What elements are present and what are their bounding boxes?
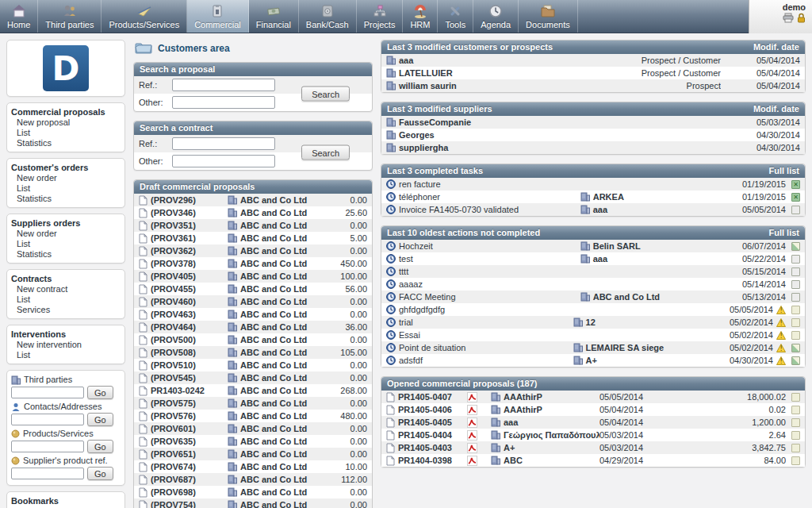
sidebar-item[interactable]: List <box>11 183 121 194</box>
status-checkbox[interactable] <box>791 293 800 302</box>
company-link[interactable]: ABC and Co Ltd <box>240 233 307 244</box>
proposal-ref-link[interactable]: (PROV687) <box>151 474 196 485</box>
pdf-icon[interactable] <box>467 405 491 415</box>
company-link[interactable]: ABC and Co Ltd <box>240 487 307 498</box>
proposal-ref-link[interactable]: (PROV361) <box>151 233 196 244</box>
sidebar-item[interactable]: Services <box>11 305 121 315</box>
proposal-ref-link[interactable]: (PROV674) <box>151 461 196 472</box>
go-button[interactable]: Go <box>87 467 113 480</box>
proposal-ref-link[interactable]: (PROV378) <box>151 258 196 269</box>
task-link[interactable]: Invoice FA1405-0730 validated <box>399 204 519 215</box>
company-link[interactable]: ABC and Co Ltd <box>240 258 307 269</box>
proposal-ref-link[interactable]: (PROV651) <box>151 448 196 460</box>
sidebar-item[interactable]: List <box>11 294 121 305</box>
status-checkbox[interactable] <box>791 431 800 440</box>
company-link[interactable]: ABC and Co Ltd <box>240 398 307 409</box>
proposal-ref-link[interactable]: (PROV455) <box>151 283 196 294</box>
contract-other-input[interactable] <box>172 155 275 167</box>
sidebar-box-title[interactable]: Contracts <box>11 273 121 284</box>
go-button[interactable]: Go <box>87 386 113 399</box>
proposal-ref-link[interactable]: (PROV464) <box>151 321 196 333</box>
proposal-ref-link[interactable]: (PROV351) <box>151 220 196 231</box>
task-link[interactable]: ren facture <box>399 179 441 190</box>
sidebar-item[interactable]: New order <box>11 173 121 183</box>
proposal-ref-link[interactable]: (PROV754) <box>151 499 196 508</box>
company-link[interactable]: ABC and Co Ltd <box>240 372 307 383</box>
proposal-ref-link[interactable]: (PROV508) <box>151 347 196 358</box>
search-third-parties-input[interactable] <box>11 387 84 398</box>
status-checkbox[interactable] <box>791 280 800 289</box>
company-link[interactable]: aaa <box>504 417 518 428</box>
tab-products-services[interactable]: Products/Services <box>102 0 187 33</box>
sidebar-box-title[interactable]: Interventions <box>11 329 121 340</box>
company-link[interactable]: ABC and Co Ltd <box>240 474 307 485</box>
status-checkbox[interactable] <box>791 206 800 214</box>
sidebar-item[interactable]: Statistics <box>11 194 121 204</box>
proposal-ref-link[interactable]: (PROV698) <box>151 487 196 498</box>
company-link[interactable]: aaa <box>593 253 607 264</box>
sidebar-item[interactable]: Statistics <box>11 249 121 260</box>
company-link[interactable]: ABC and Co Ltd <box>240 423 307 434</box>
company-link[interactable]: ABC and Co Ltd <box>240 410 307 421</box>
proposal-ref-link[interactable]: PR1404-0398 <box>398 455 452 466</box>
pdf-icon[interactable] <box>467 392 491 402</box>
status-checkbox[interactable] <box>791 306 800 314</box>
action-link[interactable]: FACC Meeting <box>399 291 456 302</box>
tab-documents[interactable]: Documents <box>519 0 578 33</box>
proposal-ref-input[interactable] <box>172 79 275 91</box>
action-link[interactable]: Point de situation <box>399 342 465 353</box>
status-checkbox[interactable] <box>791 242 800 251</box>
company-link[interactable]: ABC and Co Ltd <box>240 296 307 307</box>
action-link[interactable]: trial <box>399 317 413 328</box>
logout-lock-icon[interactable] <box>797 13 806 23</box>
pdf-icon[interactable] <box>467 456 491 466</box>
search-contacts-input[interactable] <box>11 414 84 425</box>
contract-ref-input[interactable] <box>172 137 275 150</box>
company-link[interactable]: ABC and Co Ltd <box>240 207 307 218</box>
search-proposal-button[interactable]: Search <box>301 87 350 102</box>
full-list-link[interactable]: Full list <box>769 166 800 176</box>
company-link[interactable]: ABC and Co Ltd <box>240 220 307 231</box>
company-link[interactable]: A+ <box>586 355 597 366</box>
proposal-ref-link[interactable]: PR1405-0404 <box>398 429 452 441</box>
proposal-ref-link[interactable]: PR1403-0242 <box>151 385 205 396</box>
supplier-link[interactable]: suppliergha <box>399 142 448 153</box>
status-checkbox[interactable] <box>791 418 800 427</box>
supplier-link[interactable]: FausseCompanie <box>399 117 471 128</box>
company-link[interactable]: ABC and Co Ltd <box>240 334 307 345</box>
proposal-ref-link[interactable]: (PROV635) <box>151 436 196 447</box>
pdf-icon[interactable] <box>467 418 491 428</box>
sidebar-item[interactable]: New contract <box>11 284 121 294</box>
status-checkbox[interactable] <box>791 255 800 264</box>
print-icon[interactable] <box>783 13 794 23</box>
sidebar-item[interactable]: New intervention <box>11 340 121 350</box>
sidebar-box-title[interactable]: Customer's orders <box>11 162 121 173</box>
sidebar-item[interactable]: List <box>11 239 121 249</box>
action-link[interactable]: Essai <box>399 329 420 341</box>
company-link[interactable]: ABC and Co Ltd <box>240 309 307 320</box>
customer-link[interactable]: william saurin <box>399 80 457 91</box>
proposal-ref-link[interactable]: (PROV510) <box>151 360 196 371</box>
company-link[interactable]: ABC and Co Ltd <box>240 461 307 472</box>
proposal-ref-link[interactable]: PR1405-0403 <box>398 442 452 453</box>
action-link[interactable]: tttt <box>399 266 408 277</box>
proposal-other-input[interactable] <box>172 96 275 109</box>
status-checkbox[interactable] <box>791 456 800 465</box>
company-link[interactable]: ABC and Co Ltd <box>240 499 307 508</box>
company-link[interactable]: ABC and Co Ltd <box>240 385 307 396</box>
tab-financial[interactable]: Financial <box>249 0 299 33</box>
action-link[interactable]: Hochzeit <box>399 241 433 252</box>
full-list-link[interactable]: Full list <box>769 228 800 238</box>
sidebar-item[interactable]: New order <box>11 229 121 239</box>
proposal-ref-link[interactable]: (PROV460) <box>151 296 196 307</box>
company-link[interactable]: A+ <box>504 442 515 453</box>
status-checkbox[interactable] <box>791 406 800 414</box>
pdf-icon[interactable] <box>467 430 491 441</box>
company-link[interactable]: ABC and Co Ltd <box>240 283 307 294</box>
proposal-ref-link[interactable]: (PROV346) <box>151 207 196 218</box>
proposal-ref-link[interactable]: (PROV575) <box>151 398 196 409</box>
customer-link[interactable]: LATELLUIER <box>399 67 453 79</box>
company-link[interactable]: AAAthirP <box>504 404 542 415</box>
company-link[interactable]: ABC and Co Ltd <box>240 194 307 206</box>
sidebar-item[interactable]: New proposal <box>11 117 121 128</box>
